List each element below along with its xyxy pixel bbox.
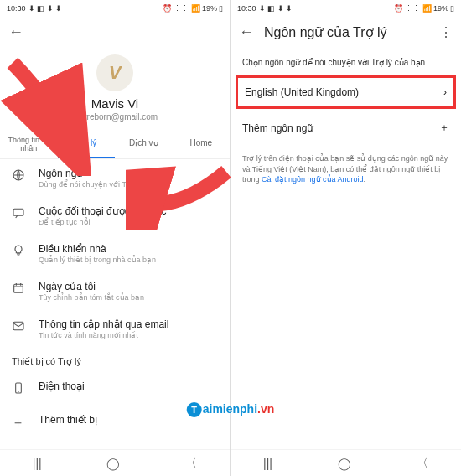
header-left: ← (0, 17, 230, 48)
item-home-control[interactable]: Điều khiển nhà Quản lý thiết bị trong nh… (0, 235, 230, 272)
nav-recent-r[interactable]: ||| (263, 457, 272, 470)
item-home-sub: Quản lý thiết bị trong nhà của bạn (39, 256, 218, 264)
status-time-r: 10:30 (237, 4, 256, 13)
device-phone[interactable]: Điện thoại (0, 372, 230, 406)
add-language-label: Thêm ngôn ngữ (242, 122, 313, 134)
watermark: Taimienphi.vn (187, 402, 275, 417)
item-language-sub: Dùng để nói chuyện với Trợ lý (39, 180, 218, 189)
plus-icon: ＋ (12, 415, 27, 431)
item-conversation-sub: Để tiếp tục hỏi (39, 218, 218, 226)
status-icons-right-r: ⏰ ⋮⋮ 📶 (394, 4, 432, 13)
language-prompt: Chọn ngôn ngữ để nói chuyện với Trợ lý c… (230, 48, 461, 74)
nav-home[interactable]: ◯ (106, 457, 120, 470)
info-link[interactable]: Cài đặt ngôn ngữ của Android (262, 175, 364, 184)
item-mail-sub: Tin tức và tính năng mới nhất (39, 331, 218, 339)
plus-icon-r: ＋ (439, 121, 449, 135)
watermark-brand: aimienphi (203, 402, 257, 416)
device-phone-label: Điện thoại (39, 380, 218, 392)
nav-recent[interactable]: ||| (33, 457, 42, 470)
watermark-badge: T (187, 402, 202, 417)
svg-rect-3 (13, 322, 23, 329)
nav-bar-right: ||| ◯ 〈 (230, 449, 461, 476)
nav-bar-left: ||| ◯ 〈 (0, 449, 230, 476)
item-day-sub: Tùy chỉnh bản tóm tắt của bạn (39, 293, 218, 302)
status-icons-left-r: ⬇ ◧ ⬇ ⬇ (259, 4, 293, 13)
status-time: 10:30 (7, 4, 26, 13)
item-conversation-title: Cuộc đối thoại được tiếp tục (39, 205, 218, 217)
profile-email: htlwreborn@gmail.com (0, 112, 230, 122)
page-title: Ngôn ngữ của Trợ lý (264, 24, 429, 40)
item-my-day[interactable]: Ngày của tôi Tùy chỉnh bản tóm tắt của b… (0, 272, 230, 310)
item-language-title: Ngôn ngữ (39, 168, 218, 179)
back-button-r[interactable]: ← (239, 23, 254, 41)
watermark-suffix: .vn (257, 402, 274, 416)
bulb-icon (12, 244, 27, 260)
language-selected-label: English (United Kingdom) (245, 86, 359, 98)
more-button[interactable]: ⋮ (439, 24, 453, 40)
tab-services[interactable]: Dịch vụ (115, 132, 173, 158)
language-selected-row[interactable]: English (United Kingdom) › (236, 75, 456, 109)
battery-icon-r: ▯ (450, 4, 454, 13)
battery-icon: ▯ (219, 4, 223, 13)
status-icons-left: ⬇ ◧ ⬇ ⬇ (28, 4, 63, 13)
chat-icon (12, 206, 27, 222)
status-bar: 10:30 ⬇ ◧ ⬇ ⬇ ⏰ ⋮⋮ 📶 19% ▯ (0, 0, 230, 17)
tabs: Thông tin cá nhân Trợ lý Dịch vụ Home (0, 132, 230, 159)
back-button[interactable]: ← (8, 23, 23, 41)
devices-header: Thiết bị có Trợ lý (0, 348, 230, 372)
status-bar-r: 10:30 ⬇ ◧ ⬇ ⬇ ⏰ ⋮⋮ 📶 19% ▯ (230, 0, 461, 17)
item-mail-title: Thông tin cập nhật qua email (39, 318, 218, 330)
profile-name: Mavis Vi (0, 96, 230, 111)
status-battery-r: 19% (433, 4, 448, 13)
svg-rect-1 (13, 209, 23, 215)
status-icons-right: ⏰ ⋮⋮ 📶 (163, 4, 200, 13)
profile-section: V Mavis Vi htlwreborn@gmail.com (0, 48, 230, 127)
item-email-updates[interactable]: Thông tin cập nhật qua email Tin tức và … (0, 310, 230, 348)
item-conversation[interactable]: Cuộc đối thoại được tiếp tục Để tiếp tục… (0, 197, 230, 235)
svg-point-5 (18, 391, 19, 391)
chevron-right-icon: › (443, 86, 447, 98)
header-right: ← Ngôn ngữ của Trợ lý ⋮ (230, 17, 461, 48)
nav-back-r[interactable]: 〈 (417, 456, 428, 471)
globe-icon (12, 168, 27, 184)
add-language-row[interactable]: Thêm ngôn ngữ ＋ (230, 111, 461, 145)
tab-assistant[interactable]: Trợ lý (58, 132, 116, 158)
item-home-title: Điều khiển nhà (39, 243, 218, 255)
mail-icon (12, 319, 27, 335)
nav-home-r[interactable]: ◯ (338, 457, 351, 470)
avatar[interactable]: V (96, 54, 133, 91)
language-info: Trợ lý trên điện thoại của bạn sẽ sử dụn… (230, 145, 461, 194)
status-battery: 19% (202, 4, 217, 13)
tab-home[interactable]: Home (173, 132, 230, 158)
svg-rect-2 (14, 284, 23, 292)
item-day-title: Ngày của tôi (39, 281, 218, 292)
nav-back[interactable]: 〈 (185, 456, 197, 471)
phone-icon (12, 381, 27, 397)
info-text-b: . (364, 175, 366, 184)
calendar-icon (12, 282, 27, 298)
tab-personal[interactable]: Thông tin cá nhân (0, 132, 58, 158)
item-language[interactable]: Ngôn ngữ Dùng để nói chuyện với Trợ lý (0, 159, 230, 197)
